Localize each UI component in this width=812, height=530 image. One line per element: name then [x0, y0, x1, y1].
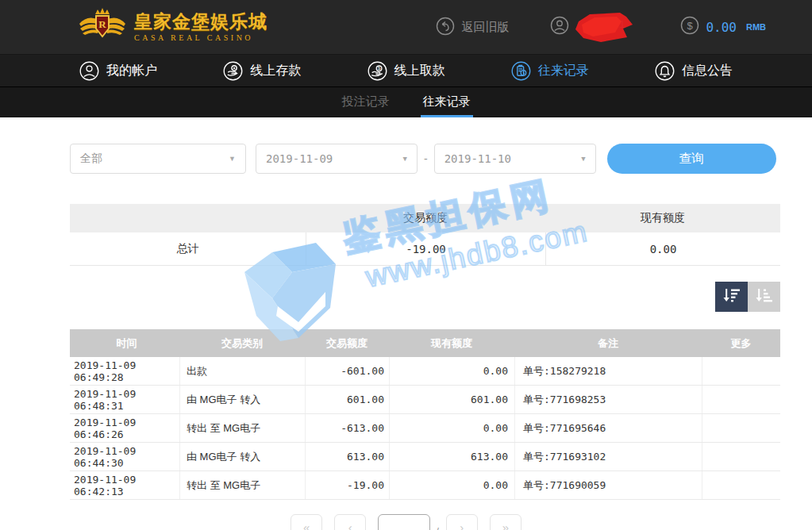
summary-header-balance: 现有额度: [545, 211, 780, 225]
cell-time: 2019-11-09 06:42:13: [70, 471, 179, 499]
table-row: 2019-11-09 06:42:13 转出 至 MG电子 -19.00 0.0…: [70, 471, 780, 500]
account-icon: [79, 61, 99, 81]
cell-balance: 601.00: [389, 386, 514, 413]
summary-transaction-total: -19.00: [306, 232, 545, 265]
next-page-button[interactable]: ›: [446, 514, 478, 530]
chevron-down-icon: ▼: [403, 155, 407, 163]
date-from-value: 2019-11-09: [266, 152, 333, 165]
date-from-select[interactable]: 2019-11-09 ▼: [256, 144, 418, 174]
chevron-down-icon: ▼: [581, 155, 585, 163]
first-page-button[interactable]: «: [291, 514, 322, 530]
col-header-more: 更多: [702, 336, 780, 351]
col-header-time: 时间: [70, 336, 179, 351]
cell-more: [702, 386, 780, 413]
tab-betting-records[interactable]: 投注记录: [340, 87, 392, 117]
sort-bar: [70, 282, 780, 312]
deposit-icon: [223, 61, 243, 81]
main-nav: 我的帐户 线上存款 $ 线上取款: [0, 54, 812, 87]
nav-item-my-account[interactable]: 我的帐户: [79, 61, 157, 81]
date-to-select[interactable]: 2019-11-10 ▼: [434, 144, 596, 174]
table-row: 2019-11-09 06:49:28 出款 -601.00 0.00 单号:1…: [70, 357, 780, 386]
table-row: 2019-11-09 06:48:31 由 MG电子 转入 601.00 601…: [70, 386, 780, 414]
cell-type: 由 MG电子 转入: [179, 443, 305, 470]
date-range-separator: -: [424, 152, 428, 165]
table-row: 2019-11-09 06:44:30 由 MG电子 转入 613.00 613…: [70, 443, 780, 471]
balance-area[interactable]: $ 0.00 RMB: [680, 16, 766, 38]
nav-item-online-withdrawal[interactable]: $ 线上取款: [368, 61, 445, 81]
casino-logo[interactable]: R 皇家金堡娱乐城 CASA REAL CASINO: [78, 6, 267, 48]
col-header-amount: 交易额度: [305, 336, 389, 351]
cell-more: [702, 414, 780, 442]
nav-label: 线上存款: [250, 63, 301, 79]
summary-header-row: 交易额度 现有额度: [70, 204, 780, 232]
back-to-old-version-link[interactable]: 返回旧版: [436, 17, 509, 38]
summary-balance-total: 0.00: [545, 232, 780, 265]
cell-amount: 613.00: [305, 443, 389, 470]
cell-remark: 单号:771698253: [514, 386, 702, 413]
chevron-down-icon: ▼: [229, 155, 236, 163]
sort-descending-icon: [723, 287, 741, 306]
transaction-type-select[interactable]: 全部 ▼: [70, 144, 246, 174]
sort-descending-button[interactable]: [715, 282, 748, 312]
records-icon: [511, 61, 531, 81]
withdraw-icon: $: [368, 61, 387, 81]
cell-remark: 单号:771690059: [514, 471, 702, 499]
cell-amount: -601.00: [305, 357, 389, 385]
cell-balance: 0.00: [389, 471, 514, 499]
username-redaction: 1: [574, 10, 636, 44]
col-header-remark: 备注: [514, 336, 702, 351]
balance-currency: RMB: [746, 22, 766, 32]
cell-balance: 0.00: [389, 357, 514, 385]
summary-header-transaction: 交易额度: [306, 211, 545, 225]
top-header: R 皇家金堡娱乐城 CASA REAL CASINO 返回旧版: [0, 0, 812, 54]
last-page-button[interactable]: »: [490, 514, 521, 530]
sort-ascending-button[interactable]: [748, 282, 780, 312]
cell-amount: 601.00: [305, 386, 389, 413]
cell-more: [702, 471, 780, 499]
cell-balance: 613.00: [389, 443, 514, 470]
nav-item-announcements[interactable]: 信息公告: [655, 61, 733, 81]
svg-text:R: R: [98, 18, 106, 30]
pagination: « ‹ / › »: [0, 514, 812, 530]
svg-text:$: $: [687, 20, 694, 32]
content-area: 全部 ▼ 2019-11-09 ▼ - 2019-11-10 ▼ 查询 交易额度…: [70, 144, 780, 500]
table-row: 2019-11-09 06:46:26 转出 至 MG电子 -613.00 0.…: [70, 414, 780, 443]
summary-total-label: 总计: [70, 232, 306, 265]
prev-page-button[interactable]: ‹: [334, 514, 366, 530]
cell-balance: 0.00: [389, 414, 514, 442]
filter-row: 全部 ▼ 2019-11-09 ▼ - 2019-11-10 ▼ 查询: [70, 144, 780, 174]
cell-type: 转出 至 MG电子: [179, 414, 305, 442]
back-to-old-version-label: 返回旧版: [461, 20, 509, 35]
summary-total-row: 总计 -19.00 0.00: [70, 232, 780, 266]
date-to-value: 2019-11-10: [444, 152, 511, 165]
tab-transaction-records[interactable]: 往来记录: [421, 87, 473, 117]
account-user-area[interactable]: 1: [550, 10, 636, 44]
summary-table: 交易额度 现有额度 总计 -19.00 0.00: [70, 204, 780, 266]
nav-label: 我的帐户: [106, 63, 157, 79]
record-subtabs: 投注记录 往来记录: [0, 87, 812, 117]
cell-remark: 单号:771693102: [514, 443, 702, 470]
user-icon: [550, 16, 569, 38]
casino-crest-icon: R: [78, 6, 127, 48]
page-number-input[interactable]: [378, 514, 430, 530]
svg-text:$: $: [377, 65, 380, 71]
query-button[interactable]: 查询: [607, 144, 776, 174]
cell-more: [702, 357, 780, 385]
nav-item-transaction-records[interactable]: 往来记录: [511, 61, 589, 81]
cell-time: 2019-11-09 06:49:28: [70, 357, 179, 385]
casino-subtitle: CASA REAL CASINO: [134, 34, 267, 42]
cell-type: 出款: [179, 357, 305, 385]
cell-amount: -19.00: [305, 471, 389, 499]
cell-time: 2019-11-09 06:44:30: [70, 443, 179, 470]
col-header-balance: 现有额度: [389, 336, 514, 351]
nav-item-online-deposit[interactable]: 线上存款: [223, 61, 301, 81]
cell-more: [702, 443, 780, 470]
page-count-separator: /: [436, 525, 439, 530]
cell-time: 2019-11-09 06:46:26: [70, 414, 179, 442]
cell-amount: -613.00: [305, 414, 389, 442]
nav-label: 线上取款: [394, 63, 445, 79]
return-icon: [436, 17, 455, 38]
records-header-row: 时间 交易类别 交易额度 现有额度 备注 更多: [70, 329, 780, 357]
sort-ascending-icon: [756, 287, 773, 306]
col-header-type: 交易类别: [179, 336, 305, 351]
